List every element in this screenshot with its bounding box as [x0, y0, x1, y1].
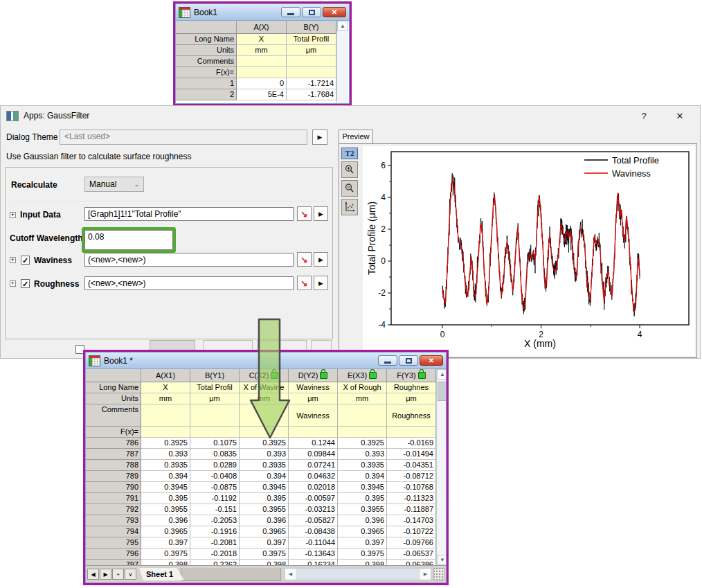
data-cell[interactable]: -0.151	[190, 504, 240, 515]
data-cell[interactable]: -0.06386	[387, 560, 436, 565]
meta-cell[interactable]: μm	[387, 393, 436, 404]
row-index[interactable]: 789	[86, 471, 141, 482]
data-cell[interactable]: 0.395	[240, 493, 289, 504]
roughness-flyout-button[interactable]: ▶	[314, 276, 328, 290]
add-sheet-button[interactable]: +	[112, 569, 124, 580]
data-cell[interactable]: -0.14703	[387, 515, 436, 526]
data-cell[interactable]: 5E-4	[237, 89, 287, 100]
roughness-field[interactable]: (<new>,<new>)	[84, 276, 294, 290]
data-cell[interactable]: 0.3925	[240, 438, 289, 449]
data-cell[interactable]: 0.394	[141, 471, 190, 482]
input-select-data-button[interactable]: ↘	[297, 206, 312, 221]
data-cell[interactable]: 0.393	[141, 449, 190, 460]
roughness-checkbox[interactable]: ✓	[21, 279, 30, 288]
row-index[interactable]: 788	[86, 460, 141, 471]
data-cell[interactable]: 0.3975	[338, 549, 387, 560]
zoom-in-button[interactable]	[341, 161, 358, 178]
data-cell[interactable]: 0.395	[338, 493, 387, 504]
preview-tab[interactable]: Preview	[339, 130, 373, 144]
data-cell[interactable]: 0.1244	[289, 438, 338, 449]
row-label[interactable]: Units	[86, 393, 141, 404]
waviness-checkbox[interactable]: ✓	[21, 256, 30, 265]
meta-cell[interactable]	[387, 427, 436, 438]
scroll-down-icon[interactable]: ▼	[437, 555, 446, 565]
meta-cell[interactable]: μm	[190, 393, 240, 404]
next-sheet-button[interactable]: ▶	[100, 569, 111, 580]
data-cell[interactable]: 0.398	[141, 560, 190, 565]
meta-cell[interactable]: Roughnes	[387, 382, 436, 393]
data-cell[interactable]: -0.2081	[190, 537, 240, 549]
meta-cell[interactable]: Waviness	[289, 382, 338, 393]
restore-button[interactable]	[302, 7, 321, 17]
data-cell[interactable]: -0.03213	[289, 504, 338, 515]
resize-grip[interactable]	[433, 568, 444, 580]
row-index[interactable]: 796	[86, 549, 141, 560]
column-header[interactable]: F(Y3)	[387, 369, 436, 382]
data-cell[interactable]: 0.3945	[141, 482, 190, 493]
data-cell[interactable]: 0.3975	[240, 549, 289, 560]
data-cell[interactable]: -0.10722	[387, 526, 436, 537]
row-label[interactable]: Long Name	[86, 382, 141, 393]
sheet-list-button[interactable]: ∨	[125, 569, 136, 580]
data-cell[interactable]: 0.3945	[240, 482, 289, 493]
data-cell[interactable]: 0.3975	[141, 549, 190, 560]
meta-cell[interactable]	[287, 67, 336, 78]
data-cell[interactable]: -0.1192	[190, 493, 240, 504]
meta-cell[interactable]: mm	[240, 393, 289, 404]
data-cell[interactable]: 0.09844	[289, 449, 338, 460]
data-cell[interactable]: -0.05827	[289, 515, 338, 526]
first-sheet-button[interactable]: ◀	[87, 569, 99, 580]
data-cell[interactable]: 0.04632	[289, 471, 338, 482]
row-index[interactable]: 791	[86, 493, 141, 504]
close-button[interactable]: ✕	[323, 7, 346, 17]
row-index[interactable]: 795	[86, 537, 141, 549]
row-index[interactable]: 793	[86, 515, 141, 526]
row-index[interactable]: 2	[176, 89, 237, 100]
scroll-right-icon[interactable]: ▶	[420, 569, 431, 579]
sheet-tab[interactable]: Sheet 1	[139, 568, 184, 580]
data-cell[interactable]: 0.3965	[141, 526, 190, 537]
meta-cell[interactable]	[287, 56, 336, 67]
column-header[interactable]: A(X1)	[141, 369, 190, 382]
book1-bottom-titlebar[interactable]: Book1 * ✕	[86, 353, 446, 369]
rescale-axes-button[interactable]	[341, 199, 358, 215]
input-data-expander[interactable]: +	[10, 212, 16, 218]
data-cell[interactable]: -0.16234	[289, 560, 338, 565]
data-cell[interactable]: 0.393	[338, 449, 387, 460]
data-cell[interactable]: 0.3925	[338, 438, 387, 449]
recalculate-dropdown[interactable]: Manual ⌄	[84, 177, 144, 192]
row-index[interactable]: 1	[176, 78, 237, 89]
data-cell[interactable]: -0.11323	[387, 493, 436, 504]
data-cell[interactable]: 0.3955	[338, 504, 387, 515]
input-flyout-button[interactable]: ▶	[314, 206, 328, 221]
scrollbar-thumb[interactable]	[438, 382, 446, 401]
cutoff-wavelength-field[interactable]: 0.08	[84, 230, 173, 250]
data-cell[interactable]: -1.7214	[287, 78, 336, 89]
row-index[interactable]: 790	[86, 482, 141, 493]
row-label[interactable]: F(x)=	[86, 427, 141, 438]
data-cell[interactable]: -0.0875	[190, 482, 240, 493]
theme-flyout-button[interactable]: ▶	[312, 130, 327, 145]
data-cell[interactable]: -0.08438	[289, 526, 338, 537]
close-button[interactable]: ✕	[420, 355, 443, 366]
hscroll-track[interactable]	[296, 569, 420, 580]
data-cell[interactable]: -0.08712	[387, 471, 436, 482]
data-cell[interactable]: 0.395	[141, 493, 190, 504]
row-label[interactable]: Comments	[176, 56, 237, 67]
data-cell[interactable]: 0.1075	[190, 438, 240, 449]
meta-cell[interactable]: X	[141, 382, 190, 393]
waviness-select-data-button[interactable]: ↘	[297, 252, 312, 267]
row-label[interactable]: Units	[176, 45, 237, 56]
minimize-button[interactable]	[378, 355, 397, 366]
waviness-flyout-button[interactable]: ▶	[314, 252, 328, 267]
data-cell[interactable]: 0.3965	[338, 526, 387, 537]
meta-cell[interactable]	[240, 404, 289, 427]
meta-cell[interactable]	[141, 427, 190, 438]
data-cell[interactable]: 0	[237, 78, 287, 89]
column-header[interactable]: A(X)	[237, 21, 287, 34]
data-cell[interactable]: 0.3955	[240, 504, 289, 515]
corner-cell[interactable]	[86, 369, 141, 382]
data-cell[interactable]: -0.09766	[387, 537, 436, 549]
row-label[interactable]: Comments	[86, 404, 141, 427]
data-cell[interactable]: 0.397	[240, 537, 289, 549]
